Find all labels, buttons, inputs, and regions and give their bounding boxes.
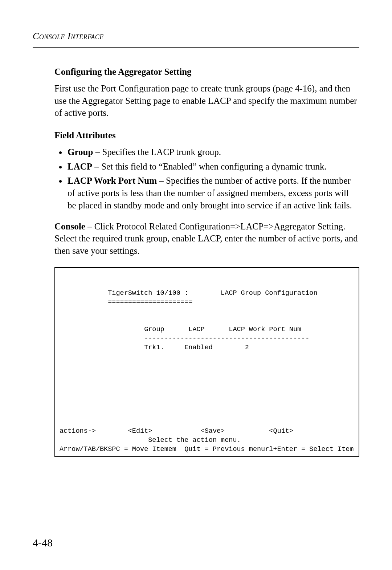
console-action-save[interactable]: <Save> (201, 427, 225, 435)
field-term: LACP (68, 162, 92, 171)
list-item: LACP – Set this field to “Enabled” when … (67, 160, 359, 173)
intro-paragraph: First use the Port Configuration page to… (54, 82, 359, 119)
field-attributes-heading: Field Attributes (54, 129, 359, 142)
field-desc: – Specifies the LACP trunk group. (93, 147, 221, 157)
console-col-rule: ----------------------------------------… (144, 335, 309, 342)
page-number: 4-48 (33, 537, 53, 549)
console-lead-paragraph: Console – Click Protocol Related Configu… (54, 220, 359, 257)
body-text: Configuring the Aggregator Setting First… (33, 66, 359, 457)
console-device-label: TigerSwitch 10/100 : (108, 289, 188, 297)
console-val-lacp: Enabled (184, 344, 213, 351)
list-item: Group – Specifies the LACP trunk group. (67, 146, 359, 158)
console-lead-term: Console (54, 221, 85, 231)
running-head: Console Interface (33, 31, 359, 45)
console-val-group: Trk1. (144, 344, 164, 351)
console-actions-label: actions-> (60, 427, 96, 435)
header-rule (33, 47, 359, 48)
field-desc: – Set this field to “Enabled” when confi… (92, 162, 327, 171)
console-action-quit[interactable]: <Quit> (269, 427, 293, 435)
console-body: TigerSwitch 10/100 : LACP Group Configur… (60, 289, 354, 427)
console-col-lacp: LACP (188, 326, 204, 333)
console-hint-1: Select the action menu. (148, 436, 241, 444)
page: Console Interface Configuring the Aggreg… (0, 0, 392, 570)
field-term: Group (68, 147, 93, 157)
console-val-workport: 2 (245, 344, 249, 351)
field-term: LACP Work Port Num (68, 176, 157, 186)
console-action-edit[interactable]: <Edit> (128, 427, 152, 435)
console-screen-title: LACP Group Configuration (221, 289, 317, 297)
console-lead-desc: – Click Protocol Related Configuration=>… (54, 221, 358, 256)
list-item: LACP Work Port Num – Specifies the numbe… (67, 175, 359, 211)
field-list: Group – Specifies the LACP trunk group. … (54, 146, 359, 212)
console-hint-2: Arrow/TAB/BKSPC = Move Itemem Quit = Pre… (60, 445, 354, 453)
console-col-workport: LACP Work Port Num (229, 326, 301, 333)
section-title: Configuring the Aggregator Setting (54, 66, 359, 78)
console-screenshot: TigerSwitch 10/100 : LACP Group Configur… (54, 267, 359, 457)
console-col-group: Group (144, 326, 164, 333)
console-underline: ===================== (108, 298, 192, 306)
